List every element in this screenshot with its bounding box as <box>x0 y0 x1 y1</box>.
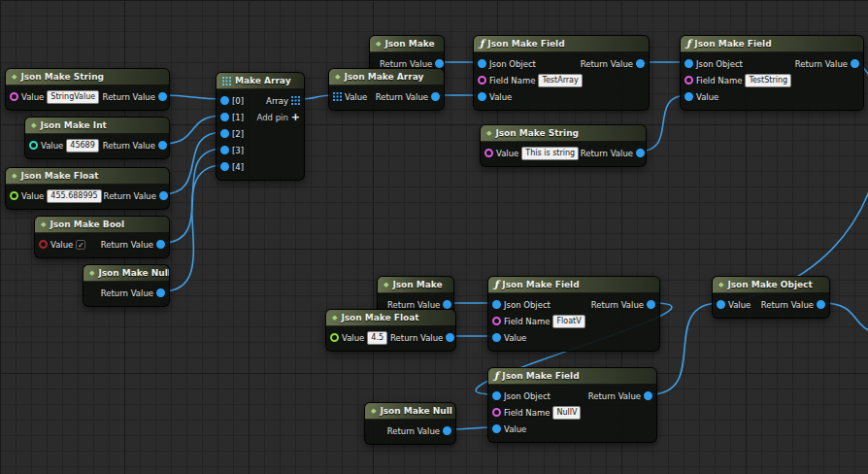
output-pin-return-value[interactable] <box>156 240 165 249</box>
input-pin-value[interactable] <box>10 191 18 200</box>
node-header[interactable]: ◆Json Make Null <box>365 403 455 420</box>
blueprint-graph-canvas[interactable]: ◆Json Make StringValueStringValueReturn … <box>0 0 868 474</box>
input-pin-field-name[interactable] <box>492 408 501 417</box>
value-input[interactable]: TestString <box>745 74 791 87</box>
input-pin-json-object[interactable] <box>492 300 501 309</box>
node-header[interactable]: ◆Json Make Bool <box>35 217 169 233</box>
input-pin-value[interactable] <box>39 240 48 249</box>
node-json-make-bool[interactable]: ◆Json Make BoolValue✓Return Value <box>34 216 170 258</box>
input-pin-4[interactable] <box>220 162 229 171</box>
output-pin-return-value[interactable] <box>443 300 451 309</box>
input-pin-value[interactable] <box>684 92 693 101</box>
pin-label: Json Object <box>504 300 551 310</box>
node-header[interactable]: ◆Json Make <box>378 277 453 293</box>
input-side: Field NameTestArray <box>478 74 583 87</box>
output-pin-return-value[interactable] <box>446 333 454 342</box>
value-input[interactable]: StringValue <box>47 90 99 104</box>
node-json-make-int[interactable]: ◆Json Make IntValue45689Return Value <box>24 117 170 159</box>
node-json-make-float[interactable]: ◆Json Make FloatValue455.688995Return Va… <box>5 167 170 210</box>
input-pin-2[interactable] <box>220 129 229 138</box>
output-pin-return-value[interactable] <box>431 92 440 101</box>
output-pin-return-value[interactable] <box>851 59 859 68</box>
pin-row: Json ObjectReturn Value <box>474 55 649 72</box>
input-pin-value[interactable] <box>330 333 339 342</box>
input-pin-value[interactable] <box>484 149 493 157</box>
node-body: ValueThis is stringReturn Value <box>481 142 646 166</box>
node-header[interactable]: ◆Json Make Array <box>329 69 444 85</box>
node-json-make-null[interactable]: ◆Json Make NullReturn Value <box>83 264 170 307</box>
pin-row: [1]Add pin+ <box>217 109 304 125</box>
node-json-make-array[interactable]: ◆Json Make ArrayValueReturn Value <box>328 68 445 111</box>
input-pin-3[interactable] <box>220 146 229 154</box>
input-pin-value[interactable] <box>478 92 486 101</box>
pin-row: Value <box>474 88 649 105</box>
node-header[interactable]: ◆Json Make Float <box>6 168 169 185</box>
make-node-icon: ◆ <box>89 270 94 277</box>
node-json-make-null[interactable]: ◆Json Make NullReturn Value <box>364 402 456 445</box>
node-json-make-field[interactable]: ƒJson Make FieldJson ObjectReturn ValueF… <box>680 35 864 111</box>
input-side: Value4.5 <box>330 331 384 345</box>
node-header[interactable]: ◆Json Make Int <box>25 118 169 134</box>
output-pin-return-value[interactable] <box>156 288 165 297</box>
input-pin-field-name[interactable] <box>478 76 486 85</box>
node-header[interactable]: ◆Json Make Float <box>326 310 455 326</box>
value-input[interactable]: TestArray <box>538 74 582 87</box>
output-side: Return Value <box>390 333 451 343</box>
node-header[interactable]: Make Array <box>217 73 304 89</box>
output-pin-return-value[interactable] <box>158 141 167 150</box>
node-json-make-field[interactable]: ƒJson Make FieldJson ObjectReturn ValueF… <box>473 35 650 111</box>
value-input[interactable]: FloatV <box>552 315 584 328</box>
node-json-make-field[interactable]: ƒJson Make FieldJson ObjectReturn ValueF… <box>487 367 657 443</box>
value-input[interactable]: 45689 <box>66 139 98 152</box>
output-pin-array-array-icon[interactable] <box>291 96 300 105</box>
node-header[interactable]: ◆Json Make String <box>6 69 169 85</box>
node-make-array[interactable]: Make Array[0]Array[1]Add pin+[2][3][4] <box>216 72 305 181</box>
node-json-make-float[interactable]: ◆Json Make FloatValue4.5Return Value <box>325 309 456 352</box>
node-json-make-string[interactable]: ◆Json Make StringValueStringValueReturn … <box>5 68 170 111</box>
node-header[interactable]: ƒJson Make Field <box>488 368 656 385</box>
value-input[interactable]: 455.688995 <box>47 189 101 203</box>
value-input[interactable]: This is string <box>521 147 579 160</box>
output-pin-return-value[interactable] <box>644 391 652 400</box>
pin-label: Json Object <box>504 391 551 401</box>
input-pin-value[interactable] <box>492 333 501 342</box>
output-pin-return-value[interactable] <box>636 59 645 68</box>
input-pin-json-object[interactable] <box>684 59 693 68</box>
node-header[interactable]: ◆Json Make <box>370 36 444 52</box>
node-header[interactable]: ◆Json Make String <box>481 125 646 142</box>
node-json-make-object[interactable]: ◆Json Make ObjectValueReturn Value <box>712 276 830 319</box>
output-side: Return Value <box>380 59 440 69</box>
output-pin-return-value[interactable] <box>435 59 444 68</box>
output-pin-return-value[interactable] <box>158 92 167 101</box>
node-json-make-string[interactable]: ◆Json Make StringValueThis is stringRetu… <box>480 124 647 167</box>
output-pin-return-value[interactable] <box>443 426 451 435</box>
output-pin-return-value[interactable] <box>159 191 168 200</box>
input-pin-value[interactable] <box>717 300 725 309</box>
input-pin-value[interactable] <box>10 92 18 101</box>
output-pin-return-value[interactable] <box>817 300 825 309</box>
input-pin-field-name[interactable] <box>684 76 693 85</box>
input-pin-value[interactable] <box>492 424 501 433</box>
input-pin-1[interactable] <box>220 113 229 121</box>
output-pin-return-value[interactable] <box>647 300 655 309</box>
value-checkbox[interactable]: ✓ <box>76 240 85 250</box>
node-header[interactable]: ◆Json Make Null <box>83 265 169 282</box>
node-header[interactable]: ƒJson Make Field <box>474 36 649 52</box>
node-title: Make Array <box>235 76 291 85</box>
value-input[interactable]: NullV <box>552 406 581 420</box>
node-json-make-field[interactable]: ƒJson Make FieldJson ObjectReturn ValueF… <box>487 276 660 352</box>
input-pin-json-object[interactable] <box>478 59 486 68</box>
input-pin-field-name[interactable] <box>492 317 501 325</box>
pin-label: Return Value <box>581 149 633 158</box>
node-header[interactable]: ◆Json Make Object <box>713 277 829 293</box>
add-pin-button[interactable]: Add pin+ <box>256 112 300 122</box>
input-pin-value-array-icon[interactable] <box>333 92 342 101</box>
node-header[interactable]: ƒJson Make Field <box>488 277 659 293</box>
pin-label: Value <box>489 92 512 102</box>
input-pin-value[interactable] <box>29 141 38 150</box>
node-header[interactable]: ƒJson Make Field <box>681 36 863 52</box>
input-pin-0[interactable] <box>220 96 229 105</box>
value-input[interactable]: 4.5 <box>367 331 387 345</box>
output-pin-return-value[interactable] <box>636 149 645 157</box>
input-pin-json-object[interactable] <box>492 391 501 400</box>
